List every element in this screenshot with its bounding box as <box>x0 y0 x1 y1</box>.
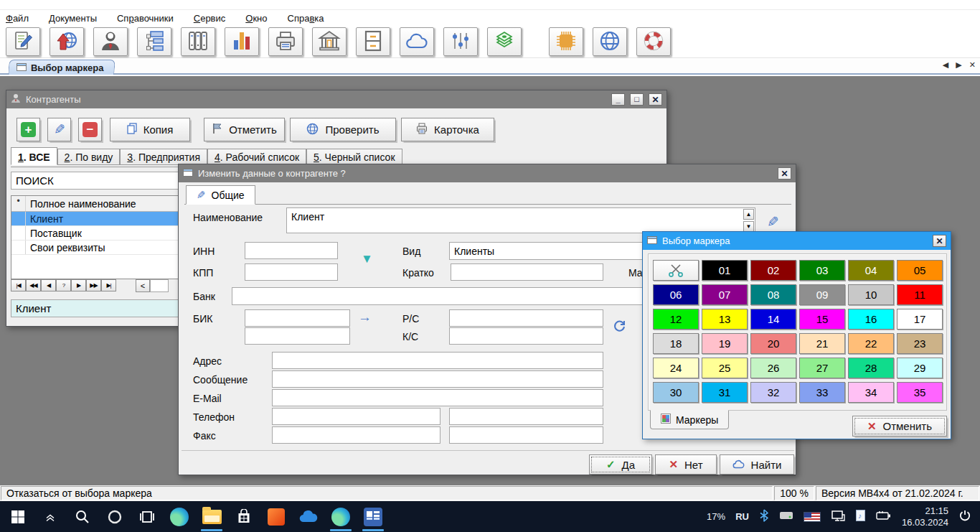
tab-all[interactable]: 1. ВСЕ <box>11 147 57 165</box>
yes-button[interactable]: ✓ Да <box>589 454 652 475</box>
phone-input-2[interactable] <box>449 408 603 425</box>
archive-cabinet-button[interactable] <box>356 27 390 56</box>
nav-button-4[interactable]: ▶ <box>71 279 86 291</box>
bank-button[interactable] <box>312 27 347 56</box>
internet-globe-button[interactable] <box>593 27 627 56</box>
money-button[interactable] <box>487 27 522 56</box>
contragents-list[interactable]: • Полное наименование Клиент Поставщик С… <box>11 195 192 279</box>
cortana-icon[interactable] <box>101 503 128 531</box>
marker-swatch-11[interactable]: 11 <box>897 284 943 305</box>
marker-swatch-03[interactable]: 03 <box>799 260 845 281</box>
bik-input-2[interactable] <box>245 327 350 345</box>
selected-value-field[interactable] <box>11 299 192 317</box>
marker-swatch-34[interactable]: 34 <box>848 382 894 403</box>
nav-button-5[interactable]: ▶▶ <box>86 279 101 291</box>
verify-button[interactable]: Проверить <box>290 118 396 141</box>
marker-swatch-22[interactable]: 22 <box>848 333 894 354</box>
marker-swatch-19[interactable]: 19 <box>702 333 748 354</box>
marker-swatch-26[interactable]: 26 <box>750 358 796 378</box>
nav-button-2[interactable]: ◀ <box>41 279 56 291</box>
structure-tree-button[interactable] <box>137 27 171 56</box>
marker-swatch-16[interactable]: 16 <box>848 309 894 330</box>
nav-back-button[interactable]: < <box>136 279 150 292</box>
list-item-supplier[interactable]: Поставщик <box>11 226 191 241</box>
mark-button[interactable]: Отметить <box>204 118 285 141</box>
marker-swatch-30[interactable]: 30 <box>653 382 699 403</box>
menu-help[interactable]: Справка <box>288 13 324 24</box>
marker-swatch-10[interactable]: 10 <box>848 284 894 305</box>
refresh-icon[interactable] <box>613 319 626 335</box>
marker-swatch-31[interactable]: 31 <box>702 382 748 403</box>
marker-swatch-05[interactable]: 05 <box>897 260 943 281</box>
nav-button-6[interactable]: ▶| <box>101 279 116 291</box>
task-view-icon[interactable] <box>133 503 161 531</box>
marker-swatch-13[interactable]: 13 <box>702 309 748 330</box>
help-lifebuoy-button[interactable] <box>636 27 671 56</box>
ks-input[interactable] <box>449 327 603 345</box>
edge-browser-icon[interactable] <box>166 503 193 531</box>
power-plug-icon[interactable] <box>876 510 892 523</box>
contractor-person-button[interactable] <box>93 27 128 56</box>
print-button[interactable] <box>268 27 303 56</box>
onedrive-icon[interactable] <box>295 503 322 531</box>
kpp-input[interactable] <box>245 263 338 281</box>
close-button[interactable]: ✕ <box>649 93 662 106</box>
marker-swatch-33[interactable]: 33 <box>799 382 845 403</box>
marker-swatch-24[interactable]: 24 <box>653 358 699 378</box>
marker-titlebar[interactable]: Выбор маркера ✕ <box>643 232 951 250</box>
marker-swatch-04[interactable]: 04 <box>848 260 894 281</box>
rs-input[interactable] <box>449 309 603 327</box>
list-item-own-details[interactable]: Свои реквизиты <box>11 241 191 255</box>
microsoft-store-icon[interactable] <box>230 503 258 531</box>
publish-globe-button[interactable] <box>50 27 84 56</box>
no-button[interactable]: ✕ Нет <box>655 454 717 475</box>
nav-button-0[interactable]: |◀ <box>11 279 26 291</box>
tab-working-list[interactable]: 4. Рабочий список <box>207 149 306 165</box>
delete-record-button[interactable]: − <box>78 118 102 141</box>
address-input[interactable] <box>272 352 603 369</box>
marker-swatch-23[interactable]: 23 <box>897 333 943 354</box>
marker-swatch-21[interactable]: 21 <box>799 333 845 354</box>
kratko-input[interactable] <box>451 263 603 281</box>
menu-service[interactable]: Сервис <box>194 13 226 24</box>
marker-swatch-27[interactable]: 27 <box>799 358 845 378</box>
tab-enterprises[interactable]: 3. Предприятия <box>120 149 207 165</box>
menu-file[interactable]: Файл <box>6 13 29 24</box>
display-network-icon[interactable] <box>831 510 845 524</box>
add-record-button[interactable]: + <box>17 118 40 141</box>
search-icon[interactable] <box>69 503 96 531</box>
marker-swatch-01[interactable]: 01 <box>702 260 748 281</box>
marker-swatch-35[interactable]: 35 <box>897 382 943 403</box>
registry-binders-button[interactable] <box>181 27 215 56</box>
name-field[interactable]: Клиент ▲ ▼ <box>286 207 755 233</box>
marker-swatch-15[interactable]: 15 <box>799 309 845 330</box>
marker-swatch-20[interactable]: 20 <box>750 333 796 354</box>
tray-overflow-chevron-icon[interactable] <box>37 503 64 531</box>
reports-chart-button[interactable] <box>225 27 259 56</box>
marker-swatch-32[interactable]: 32 <box>750 382 796 403</box>
message-input[interactable] <box>272 370 603 388</box>
tab-general[interactable]: ✎ Общие <box>186 185 255 205</box>
dialog-close-button[interactable]: ✕ <box>778 167 791 179</box>
phone-input-1[interactable] <box>272 408 440 425</box>
marker-swatch-25[interactable]: 25 <box>702 358 748 378</box>
minimize-button[interactable]: _ <box>611 93 625 106</box>
notes-icon[interactable]: ♪ <box>855 509 866 524</box>
file-explorer-icon[interactable] <box>198 503 225 531</box>
tab-prev-icon[interactable]: ◀ <box>943 60 948 70</box>
mdi-tab-marker-select[interactable]: Выбор маркера <box>8 60 115 75</box>
find-button[interactable]: Найти <box>720 454 794 475</box>
edge-browser-2-icon[interactable] <box>327 503 354 531</box>
drive-icon[interactable] <box>779 511 793 522</box>
tab-close-icon[interactable]: ✕ <box>969 60 976 70</box>
us-flag-icon[interactable] <box>804 512 821 522</box>
cloud-button[interactable] <box>400 27 434 56</box>
edit-document-button[interactable] <box>6 27 40 56</box>
news-app-icon[interactable] <box>359 503 387 531</box>
chip-button[interactable] <box>549 27 583 56</box>
bluetooth-icon[interactable] <box>759 509 769 524</box>
language-indicator[interactable]: RU <box>735 511 749 522</box>
menu-directories[interactable]: Справочники <box>117 13 174 24</box>
marker-swatch-07[interactable]: 07 <box>702 284 748 305</box>
menu-documents[interactable]: Документы <box>49 13 97 24</box>
